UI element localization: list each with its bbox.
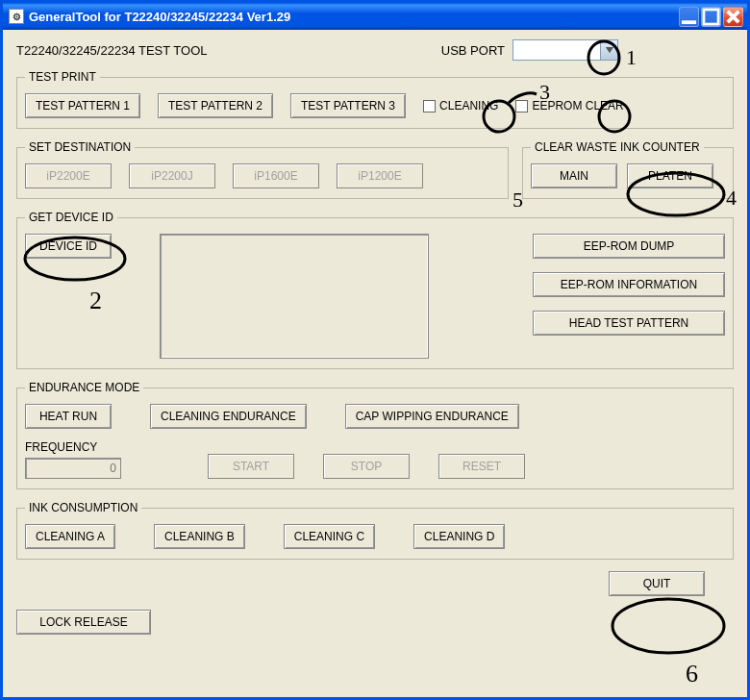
test-pattern-3-button[interactable]: TEST PATTERN 3 <box>290 93 406 118</box>
quit-button[interactable]: QUIT <box>609 571 705 596</box>
set-destination-group: SET DESTINATION iP2200E iP2200J iP1600E … <box>16 140 509 199</box>
eeprom-clear-checkbox[interactable] <box>515 100 528 112</box>
device-id-button[interactable]: DEVICE ID <box>25 234 112 259</box>
window-title: GeneralTool for T22240/32245/22234 Ver1.… <box>29 10 290 24</box>
cap-wipping-endurance-button[interactable]: CAP WIPPING ENDURANCE <box>345 404 519 429</box>
annotation-6: 6 <box>686 660 698 688</box>
eep-rom-dump-button[interactable]: EEP-ROM DUMP <box>533 234 725 259</box>
test-print-group: TEST PRINT TEST PATTERN 1 TEST PATTERN 2… <box>16 70 734 129</box>
eep-rom-info-button[interactable]: EEP-ROM INFORMATION <box>533 272 725 297</box>
clear-waste-group: CLEAR WASTE INK COUNTER MAIN PLATEN <box>522 140 734 199</box>
titlebar: ⚙ GeneralTool for T22240/32245/22234 Ver… <box>3 3 747 30</box>
app-window: ⚙ GeneralTool for T22240/32245/22234 Ver… <box>0 0 750 700</box>
lock-release-button[interactable]: LOCK RELEASE <box>16 610 151 635</box>
dest-ip1600e-button: iP1600E <box>233 163 319 188</box>
cleaning-checkbox[interactable] <box>423 100 436 112</box>
stop-button: STOP <box>323 454 410 479</box>
endurance-mode-group: ENDURANCE MODE HEAT RUN CLEANING ENDURAN… <box>16 381 734 489</box>
dest-ip2200e-button: iP2200E <box>25 163 112 188</box>
device-id-textarea <box>160 234 429 359</box>
usb-port-dropdown-button[interactable] <box>600 40 617 60</box>
cleaning-c-button[interactable]: CLEANING C <box>284 524 375 549</box>
test-pattern-2-button[interactable]: TEST PATTERN 2 <box>158 93 273 118</box>
eeprom-clear-checkbox-label: EEPROM CLEAR <box>532 99 623 112</box>
test-print-legend: TEST PRINT <box>25 70 100 84</box>
start-button: START <box>208 454 294 479</box>
cleaning-b-button[interactable]: CLEANING B <box>154 524 245 549</box>
minimize-button[interactable] <box>679 7 699 27</box>
endurance-mode-legend: ENDURANCE MODE <box>25 381 143 394</box>
frequency-value: 0 <box>25 458 121 479</box>
app-icon: ⚙ <box>9 9 24 24</box>
test-pattern-1-button[interactable]: TEST PATTERN 1 <box>25 93 140 118</box>
usb-port-label: USB PORT <box>441 43 505 58</box>
cleaning-a-button[interactable]: CLEANING A <box>25 524 115 549</box>
tool-label: T22240/32245/22234 TEST TOOL <box>16 43 208 58</box>
get-device-id-legend: GET DEVICE ID <box>25 211 117 224</box>
ink-consumption-group: INK CONSUMPTION CLEANING A CLEANING B CL… <box>16 501 734 560</box>
heat-run-button[interactable]: HEAT RUN <box>25 404 112 429</box>
usb-port-value[interactable] <box>513 40 600 60</box>
head-test-pattern-button[interactable]: HEAD TEST PATTERN <box>533 311 725 336</box>
chevron-down-icon <box>606 47 613 53</box>
clear-waste-legend: CLEAR WASTE INK COUNTER <box>531 140 704 154</box>
close-button[interactable] <box>723 7 743 27</box>
cleaning-checkbox-label: CLEANING <box>439 99 498 112</box>
ink-consumption-legend: INK CONSUMPTION <box>25 501 141 514</box>
reset-button: RESET <box>438 454 525 479</box>
cleaning-endurance-button[interactable]: CLEANING ENDURANCE <box>150 404 307 429</box>
svg-rect-0 <box>682 20 696 24</box>
dest-ip1200e-button: iP1200E <box>337 163 423 188</box>
get-device-id-group: GET DEVICE ID DEVICE ID EEP-ROM DUMP EEP… <box>16 211 734 369</box>
set-destination-legend: SET DESTINATION <box>25 140 135 154</box>
dest-ip2200j-button: iP2200J <box>129 163 215 188</box>
maximize-button[interactable] <box>701 7 721 27</box>
cleaning-d-button[interactable]: CLEANING D <box>413 524 505 549</box>
waste-main-button[interactable]: MAIN <box>531 163 617 188</box>
svg-rect-1 <box>704 10 718 24</box>
waste-platen-button[interactable]: PLATEN <box>627 163 713 188</box>
frequency-label: FREQUENCY <box>25 440 121 454</box>
usb-port-combo[interactable] <box>512 39 618 61</box>
